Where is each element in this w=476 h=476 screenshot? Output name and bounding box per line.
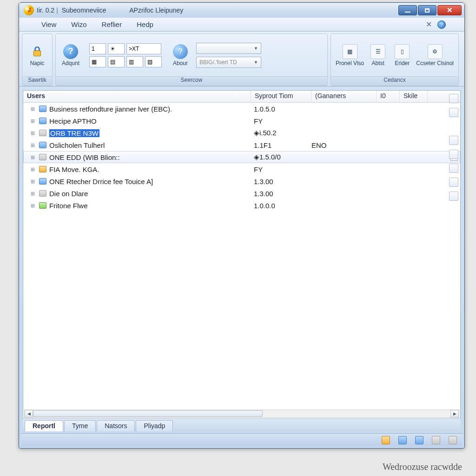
status-icon-4[interactable] [432, 436, 440, 444]
status-icon-5[interactable] [449, 436, 457, 444]
table-row[interactable]: ⊞Fritone Flwe1.0.0.0 [23, 199, 460, 212]
menu-wizo[interactable]: Wizo [71, 20, 86, 28]
toolbar-box-5[interactable]: ▥ [126, 56, 143, 67]
row-value: 1.0.0.0 [251, 202, 311, 210]
row-icon [38, 141, 47, 149]
row-icon [38, 165, 47, 173]
tree-toggle-icon[interactable]: ⊞ [27, 118, 38, 124]
toolbar-box-2[interactable]: ☀ [108, 43, 125, 54]
row-icon [38, 105, 47, 113]
tree-toggle-icon[interactable]: ⊞ [27, 166, 38, 172]
table-row[interactable]: ⊞FIA Move. KGA.FY [23, 163, 460, 175]
col-skile[interactable]: Skile [400, 91, 428, 102]
tree-toggle-icon[interactable]: ⊞ [27, 142, 38, 148]
tree-toggle-icon[interactable]: ⊞ [27, 130, 38, 136]
row-name: Hecipe APTHO [49, 117, 251, 125]
ribbon-dropdown-1[interactable]: ▼ [196, 43, 261, 54]
menu-hedp[interactable]: Hedp [137, 20, 153, 28]
col-syprout[interactable]: Syprout Tiom [251, 91, 311, 102]
status-icon-1[interactable] [382, 436, 390, 444]
row-name: Fritone Flwe [49, 202, 251, 210]
row-name: ONE Rtecher Drrice fee Touice A] [49, 178, 251, 185]
row-value: FY [251, 165, 311, 173]
pronel-button[interactable]: ▦Pronel Vlso [334, 43, 366, 67]
col-id[interactable]: I0 [377, 91, 400, 102]
side-icon-7[interactable] [449, 192, 458, 201]
scroll-right-icon[interactable]: ▶ [450, 410, 459, 417]
horizontal-scrollbar[interactable]: ◀ ▶ [24, 410, 459, 418]
close-button[interactable]: ✕ [437, 5, 462, 15]
row-gan: ENO [311, 141, 377, 149]
toolbar-box-6[interactable]: ▧ [145, 56, 162, 67]
list-header[interactable]: Users Syprout Tiom (Gananers I0 Skile [23, 91, 460, 103]
row-icon [38, 201, 47, 210]
status-icon-3[interactable] [415, 436, 423, 444]
tree-toggle-icon[interactable]: ⊞ [27, 203, 38, 209]
doc-icon: ▯ [395, 44, 410, 59]
gear-icon: ⚙ [428, 44, 443, 59]
help-icon[interactable]: ? [437, 20, 446, 29]
app-icon[interactable] [24, 5, 34, 15]
row-name: Oslicholen Tulherl [49, 141, 251, 149]
row-name: ORB TRE N3W [49, 129, 251, 137]
row-name: ONE EDD (WIB Blion:: [49, 153, 251, 161]
menu-reflier[interactable]: Reflier [102, 20, 122, 28]
maximize-button[interactable] [418, 5, 436, 15]
row-value: 1.3.00 [251, 178, 311, 185]
table-row[interactable]: ⊞Business retfondture jianner lver (EBC)… [23, 103, 460, 115]
grid-icon: ▦ [343, 44, 357, 59]
scroll-left-icon[interactable]: ◀ [25, 410, 33, 417]
rows-container: ⊞Business retfondture jianner lver (EBC)… [23, 103, 460, 212]
toolbar-box-4[interactable]: ▤ [108, 56, 125, 67]
row-name: Business retfondture jianner lver (EBC). [49, 105, 251, 113]
list-icon: ☰ [370, 44, 385, 59]
chevron-down-icon: ▼ [254, 60, 258, 65]
table-row[interactable]: ⊞ONE Rtecher Drrice fee Touice A]1.3.00 [23, 175, 460, 187]
toolbar-box-3[interactable]: ▦ [89, 56, 106, 67]
napic-button[interactable]: Napic [25, 43, 49, 67]
tree-toggle-icon[interactable]: ⊞ [27, 178, 38, 185]
tab-tyme[interactable]: Tyme [64, 420, 96, 431]
minimize-button[interactable] [398, 5, 417, 15]
row-icon [38, 153, 47, 161]
abour-button[interactable]: ? Abour [168, 43, 192, 67]
row-icon [38, 117, 47, 125]
table-row[interactable]: ⊞ONE EDD (WIB Blion::◈1.5.0/0- [23, 151, 460, 163]
tab-natsors[interactable]: Natsors [97, 420, 135, 431]
tree-toggle-icon[interactable]: ⊞ [27, 154, 38, 160]
tree-toggle-icon[interactable]: ⊞ [27, 191, 38, 197]
toolbar-box-1[interactable]: 1 [89, 43, 106, 54]
toolbar-input[interactable]: >XT [126, 43, 161, 54]
row-value: 1.3.00 [251, 190, 311, 198]
tab-report[interactable]: Reportl [25, 420, 63, 431]
ribbon-dropdown-2[interactable]: BBIG/.'foert TD▼ [196, 57, 261, 68]
scrollbar-thumb[interactable] [33, 410, 263, 417]
ribbon-group-seercow: ? Adqunt 1 ☀ >XT ▦ ▤ ▥ ▧ [55, 33, 328, 86]
side-icon-2[interactable] [449, 108, 458, 117]
abtst-button[interactable]: ☰Abtst [366, 43, 390, 67]
side-icon-5[interactable] [449, 164, 458, 173]
side-icon-4[interactable] [449, 150, 458, 159]
table-row[interactable]: ⊞Die on Dlare1.3.00 [23, 187, 460, 199]
tree-toggle-icon[interactable]: ⊞ [27, 106, 38, 112]
menubar-close-icon[interactable]: ✕ [426, 20, 432, 29]
table-row[interactable]: ⊞Hecipe APTHOFY [23, 115, 460, 127]
side-icon-6[interactable] [449, 178, 458, 187]
side-icon-1[interactable] [449, 94, 458, 103]
table-row[interactable]: ⊞Oslicholen Tulherl1.1F1ENO [23, 139, 460, 151]
content-pane: Users Syprout Tiom (Gananers I0 Skile ⊞B… [23, 90, 461, 419]
titlebar[interactable]: Iir. 0.2| Subeomneviice APzrifoc Lleipun… [19, 3, 464, 18]
erider-button[interactable]: ▯Erider [390, 43, 414, 67]
ccseter-button[interactable]: ⚙Ccseter Clsinol [414, 43, 456, 67]
row-value: FY [251, 117, 311, 125]
status-icon-2[interactable] [398, 436, 407, 444]
tab-pliyadp[interactable]: Pliyadp [136, 420, 173, 431]
menu-view[interactable]: View [41, 20, 56, 28]
table-row[interactable]: ⊞ORB TRE N3W◈i.50.2 [23, 127, 460, 139]
col-users[interactable]: Users [23, 91, 251, 102]
col-gananers[interactable]: (Gananers [311, 91, 377, 102]
side-icon-3[interactable] [449, 136, 458, 145]
row-value: ◈i.50.2 [251, 129, 311, 137]
row-name: Die on Dlare [49, 190, 251, 198]
adqunt-button[interactable]: ? Adqunt [59, 43, 83, 67]
